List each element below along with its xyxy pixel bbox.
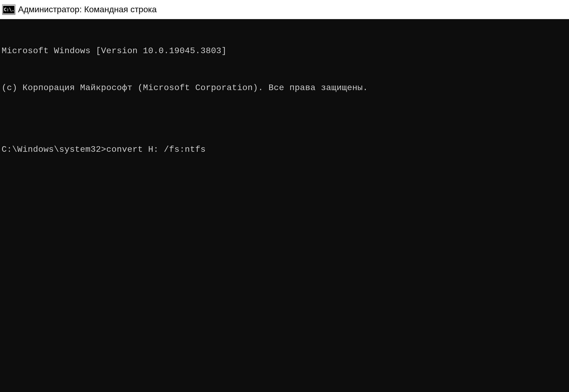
- terminal-output-line: (c) Корпорация Майкрософт (Microsoft Cor…: [2, 82, 567, 94]
- cmd-icon: C:\.: [2, 4, 15, 15]
- terminal-prompt: C:\Windows\system32>: [2, 144, 106, 156]
- window-title: Администратор: Командная строка: [18, 5, 157, 14]
- cmd-icon-text: C:\.: [3, 6, 14, 13]
- terminal-command-input[interactable]: convert H: /fs:ntfs: [106, 144, 206, 156]
- terminal-output-line: Microsoft Windows [Version 10.0.19045.38…: [2, 45, 567, 57]
- terminal-prompt-line: C:\Windows\system32>convert H: /fs:ntfs: [2, 144, 567, 156]
- console-window: C:\. Администратор: Командная строка Mic…: [0, 0, 569, 392]
- terminal-area[interactable]: Microsoft Windows [Version 10.0.19045.38…: [0, 19, 569, 392]
- titlebar[interactable]: C:\. Администратор: Командная строка: [0, 0, 569, 19]
